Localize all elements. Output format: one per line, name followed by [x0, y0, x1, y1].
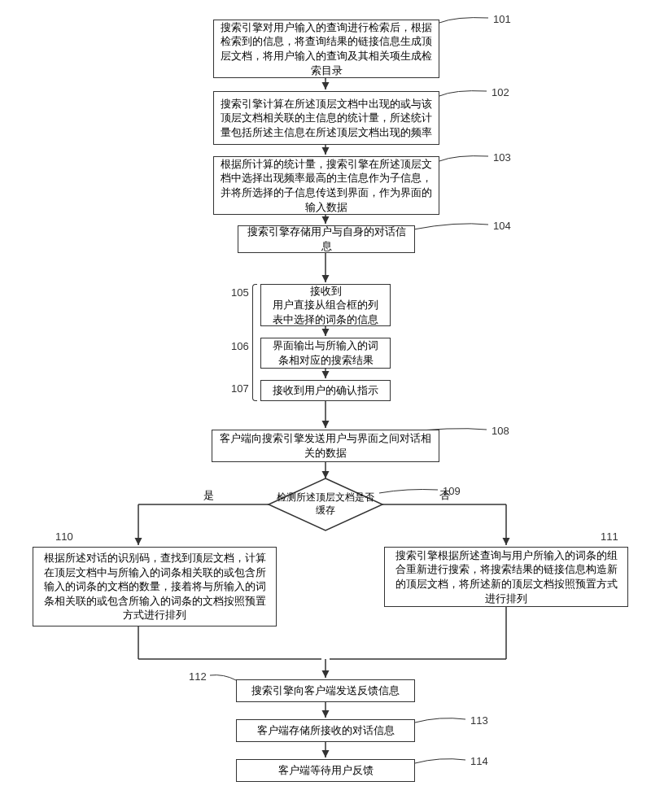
step-111: 搜索引擎根据所述查询与用户所输入的词条的组合重新进行搜索，将搜索结果的链接信息构…	[384, 547, 628, 607]
step-114: 客户端等待用户反馈	[236, 759, 415, 782]
step-107: 接收到用户的确认指示	[260, 380, 391, 401]
group-bracket	[252, 284, 257, 401]
step-106-text: 界面输出与所输入的词条相对应的搜索结果	[268, 338, 383, 367]
step-101: 搜索引擎对用户输入的查询进行检索后，根据检索到的信息，将查询结果的链接信息生成顶…	[213, 20, 439, 78]
step-110-text: 根据所述对话的识别码，查找到顶层文档，计算在顶层文档中与所输入的词条相关联的或包…	[40, 551, 269, 622]
step-108-num: 108	[492, 425, 509, 437]
step-106-num: 106	[231, 340, 249, 352]
decision-109-text: 检测所述顶层文档是否缓存	[277, 491, 374, 516]
step-101-num: 101	[493, 13, 511, 25]
branch-no: 否	[439, 488, 450, 503]
step-103: 根据所计算的统计量，搜索引擎在所述顶层文档中选择出现频率最高的主信息作为子信息，…	[213, 156, 439, 215]
step-105: 接收到 用户直接从组合框的列表中选择的词条的信息	[260, 284, 391, 326]
step-110: 根据所述对话的识别码，查找到顶层文档，计算在顶层文档中与所输入的词条相关联的或包…	[33, 547, 277, 626]
step-113: 客户端存储所接收的对话信息	[236, 719, 415, 742]
step-111-text: 搜索引擎根据所述查询与用户所输入的词条的组合重新进行搜索，将搜索结果的链接信息构…	[391, 548, 621, 605]
step-104-text: 搜索引擎存储用户与自身的对话信息	[245, 225, 408, 253]
step-113-num: 113	[470, 714, 488, 727]
decision-109: 检测所述顶层文档是否缓存	[277, 491, 374, 517]
step-101-text: 搜索引擎对用户输入的查询进行检索后，根据检索到的信息，将查询结果的链接信息生成顶…	[221, 20, 432, 77]
step-105-text: 接收到 用户直接从组合框的列表中选择的词条的信息	[268, 284, 383, 327]
step-106: 界面输出与所输入的词条相对应的搜索结果	[260, 338, 391, 369]
step-111-num: 111	[601, 530, 618, 543]
branch-yes: 是	[203, 488, 214, 503]
step-112: 搜索引擎向客户端发送反馈信息	[236, 679, 415, 702]
step-105-num: 105	[231, 286, 249, 299]
step-113-text: 客户端存储所接收的对话信息	[257, 723, 395, 738]
step-114-text: 客户端等待用户反馈	[278, 763, 374, 778]
step-107-num: 107	[231, 382, 249, 395]
step-103-text: 根据所计算的统计量，搜索引擎在所述顶层文档中选择出现频率最高的主信息作为子信息，…	[221, 157, 432, 214]
step-102: 搜索引擎计算在所述顶层文档中出现的或与该顶层文档相关联的主信息的统计量，所述统计…	[213, 91, 439, 145]
step-112-num: 112	[189, 670, 207, 683]
step-102-num: 102	[492, 86, 509, 98]
step-108: 客户端向搜索引擎发送用户与界面之间对话相关的数据	[212, 430, 439, 462]
step-104-num: 104	[493, 220, 511, 232]
step-112-text: 搜索引擎向客户端发送反馈信息	[251, 683, 400, 698]
step-104: 搜索引擎存储用户与自身的对话信息	[238, 225, 415, 253]
step-114-num: 114	[470, 755, 488, 767]
step-103-num: 103	[493, 151, 511, 164]
step-110-num: 110	[55, 530, 73, 543]
step-102-text: 搜索引擎计算在所述顶层文档中出现的或与该顶层文档相关联的主信息的统计量，所述统计…	[221, 97, 432, 140]
step-108-text: 客户端向搜索引擎发送用户与界面之间对话相关的数据	[219, 431, 432, 460]
step-107-text: 接收到用户的确认指示	[273, 383, 378, 398]
